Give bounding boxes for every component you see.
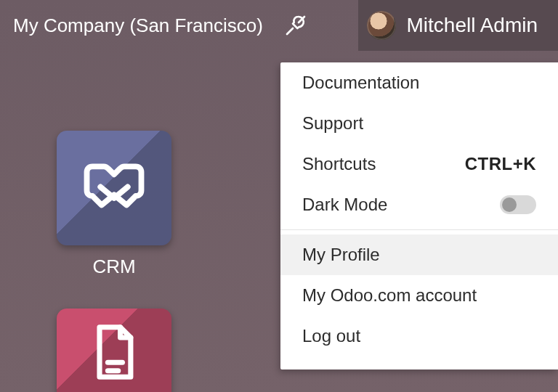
menu-item-label: My Odoo.com account bbox=[302, 285, 477, 306]
menu-item-darkmode[interactable]: Dark Mode bbox=[280, 184, 558, 225]
menu-item-label: Dark Mode bbox=[302, 195, 387, 215]
app-label-crm: CRM bbox=[92, 256, 135, 278]
menu-item-label: My Profile bbox=[302, 245, 380, 265]
app-tile-crm[interactable] bbox=[57, 131, 171, 245]
user-name: Mitchell Admin bbox=[406, 14, 538, 37]
user-menu-trigger[interactable]: Mitchell Admin bbox=[358, 0, 558, 51]
user-avatar bbox=[367, 11, 396, 40]
menu-item-label: Support bbox=[302, 113, 363, 134]
menu-item-support[interactable]: Support bbox=[280, 103, 558, 144]
menu-item-label: Documentation bbox=[302, 73, 419, 93]
menu-item-logout[interactable]: Log out bbox=[280, 316, 558, 356]
menu-item-my-profile[interactable]: My Profile bbox=[280, 234, 558, 275]
menu-item-label: Log out bbox=[302, 326, 360, 346]
menu-item-label: Shortcuts bbox=[302, 154, 376, 174]
menu-divider bbox=[280, 229, 558, 230]
menu-item-documentation[interactable]: Documentation bbox=[280, 62, 558, 103]
user-dropdown: Documentation Support Shortcuts CTRL+K D… bbox=[280, 62, 558, 369]
company-name[interactable]: My Company (San Francisco) bbox=[0, 15, 280, 37]
topbar: My Company (San Francisco) Mitchell Admi… bbox=[0, 0, 558, 51]
shortcut-key: CTRL+K bbox=[465, 154, 536, 174]
menu-item-shortcuts[interactable]: Shortcuts CTRL+K bbox=[280, 144, 558, 184]
menu-item-odoo-account[interactable]: My Odoo.com account bbox=[280, 275, 558, 316]
darkmode-toggle[interactable] bbox=[500, 195, 536, 214]
app-grid: CRM bbox=[57, 131, 171, 392]
app-tile-documents[interactable] bbox=[57, 309, 171, 392]
tools-icon[interactable] bbox=[283, 13, 308, 38]
